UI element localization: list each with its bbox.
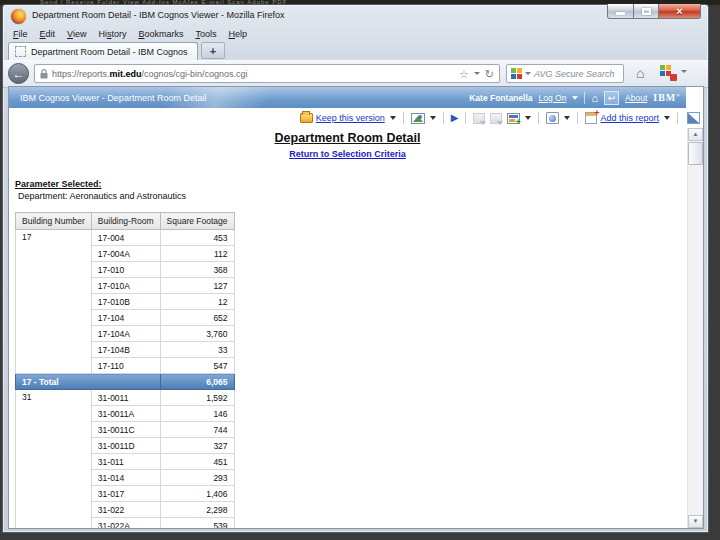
tab-favicon-placeholder-icon <box>15 46 26 57</box>
minimize-button[interactable] <box>607 4 634 19</box>
building-number-cell: 17 <box>16 230 92 374</box>
window-title: Department Room Detail - IBM Cognos View… <box>32 10 284 20</box>
square-footage-cell: 327 <box>160 438 234 454</box>
square-footage-cell: 1,406 <box>160 486 234 502</box>
menu-history[interactable]: History <box>92 29 132 39</box>
close-button[interactable]: × <box>659 4 701 19</box>
log-on-link[interactable]: Log On <box>538 93 566 103</box>
square-footage-cell: 547 <box>160 358 234 374</box>
menu-view[interactable]: View <box>61 29 92 39</box>
menu-bookmarks[interactable]: Bookmarks <box>132 29 189 39</box>
menu-file[interactable]: File <box>7 29 34 39</box>
export-icon: + <box>507 113 520 124</box>
firefox-window: Department Room Detail - IBM Cognos View… <box>2 4 709 533</box>
vertical-scrollbar[interactable]: ▲ ▼ <box>687 128 703 528</box>
avg-extension-dropdown-icon[interactable] <box>681 70 687 73</box>
building-room-cell: 31-022A <box>91 518 160 529</box>
ibm-logo: IBM® <box>653 92 681 103</box>
avg-extension-button[interactable] <box>660 65 674 79</box>
scroll-up-button[interactable]: ▲ <box>688 128 703 141</box>
divider <box>403 112 404 124</box>
table-total-row: 17 - Total6,065 <box>16 374 235 390</box>
add-report-dropdown-icon[interactable] <box>664 116 670 120</box>
building-room-cell: 17-010B <box>91 294 160 310</box>
building-room-cell: 31-017 <box>91 486 160 502</box>
building-room-cell: 17-104A <box>91 326 160 342</box>
html-view-dropdown-icon[interactable] <box>564 116 570 120</box>
square-footage-cell: 451 <box>160 454 234 470</box>
keep-version-dropdown-icon[interactable] <box>390 116 396 120</box>
square-footage-cell: 453 <box>160 230 234 246</box>
run-report-button[interactable]: ▶ <box>451 112 459 124</box>
building-room-cell: 17-110 <box>91 358 160 374</box>
building-room-cell: 17-104 <box>91 310 160 326</box>
tab-bar: Department Room Detail - IBM Cognos ... … <box>3 41 708 60</box>
url-text: https://reports.mit.edu/cognos/cgi-bin/c… <box>52 69 248 79</box>
tab-label: Department Room Detail - IBM Cognos ... <box>31 47 191 57</box>
back-arrow-icon: ← <box>13 67 25 81</box>
room-table: Building Number Building-Room Square Foo… <box>15 212 235 528</box>
room-table-body: 1717-00445317-004A11217-01036817-010A127… <box>16 230 235 529</box>
url-dropdown-icon[interactable] <box>474 72 480 75</box>
close-icon: × <box>676 6 682 17</box>
view-format-dropdown-icon[interactable] <box>430 116 436 120</box>
search-engine-dropdown-icon[interactable] <box>525 72 531 75</box>
building-room-cell: 31-011 <box>91 454 160 470</box>
html-view-icon <box>546 112 559 124</box>
table-header-row: Building Number Building-Room Square Foo… <box>16 213 235 230</box>
cognos-home-button[interactable]: ⌂ <box>591 92 598 104</box>
title-bar: Department Room Detail - IBM Cognos View… <box>3 5 708 27</box>
keep-version-button[interactable]: Keep this version <box>300 113 396 123</box>
divider <box>677 112 678 124</box>
divider <box>465 112 466 124</box>
menu-help[interactable]: Help <box>222 29 253 39</box>
building-room-cell: 17-010 <box>91 262 160 278</box>
add-report-button[interactable]: Add this report <box>585 112 670 124</box>
search-icon[interactable] <box>618 68 619 79</box>
export-dropdown-icon[interactable] <box>525 116 531 120</box>
square-footage-cell: 293 <box>160 470 234 486</box>
top-navigation-icon[interactable] <box>687 112 700 124</box>
building-room-cell: 31-0011C <box>91 422 160 438</box>
scrollbar-thumb[interactable] <box>688 142 703 165</box>
add-report-icon <box>585 112 597 124</box>
cognos-header-title: IBM Cognos Viewer - Department Room Deta… <box>20 93 206 103</box>
scroll-down-button[interactable]: ▼ <box>688 515 703 528</box>
scroll-up-icon: ▲ <box>693 131 699 137</box>
divider <box>443 112 444 124</box>
reload-icon[interactable]: ↻ <box>485 69 494 79</box>
report-title: Department Room Detail <box>9 131 686 145</box>
cognos-header: IBM Cognos Viewer - Department Room Deta… <box>9 87 686 108</box>
total-value-cell: 6,065 <box>160 374 234 390</box>
maximize-icon <box>642 8 651 15</box>
back-button[interactable]: ← <box>8 63 29 84</box>
square-footage-cell: 127 <box>160 278 234 294</box>
url-bar[interactable]: https://reports.mit.edu/cognos/cgi-bin/c… <box>34 64 500 83</box>
new-tab-button[interactable]: + <box>201 42 225 59</box>
bookmark-star-icon[interactable]: ☆ <box>459 69 469 79</box>
maximize-button[interactable] <box>634 4 659 19</box>
firefox-icon <box>11 9 26 24</box>
building-room-cell: 31-0011A <box>91 406 160 422</box>
cognos-home-icon: ⌂ <box>591 92 598 104</box>
menu-edit[interactable]: Edit <box>34 29 62 39</box>
avg-logo-icon <box>511 68 522 79</box>
return-to-selection-link[interactable]: Return to Selection Criteria <box>9 149 686 159</box>
building-number-cell: 31 <box>16 390 92 529</box>
building-room-cell: 17-004A <box>91 246 160 262</box>
square-footage-cell: 1,592 <box>160 390 234 406</box>
return-button[interactable]: ↩ <box>604 91 619 105</box>
html-view-button[interactable] <box>546 112 570 124</box>
about-link[interactable]: About <box>625 93 647 103</box>
square-footage-cell: 146 <box>160 406 234 422</box>
tab-department-room-detail[interactable]: Department Room Detail - IBM Cognos ... <box>8 42 198 60</box>
log-on-dropdown-icon[interactable] <box>572 96 578 100</box>
menu-tools[interactable]: Tools <box>189 29 222 39</box>
view-format-button[interactable] <box>411 113 436 124</box>
export-button[interactable]: + <box>507 113 531 124</box>
square-footage-cell: 112 <box>160 246 234 262</box>
home-button[interactable]: ⌂ <box>636 65 644 81</box>
table-row: 1717-004453 <box>16 230 235 246</box>
search-box[interactable]: AVG Secure Search <box>506 64 624 83</box>
building-room-cell: 31-0011D <box>91 438 160 454</box>
